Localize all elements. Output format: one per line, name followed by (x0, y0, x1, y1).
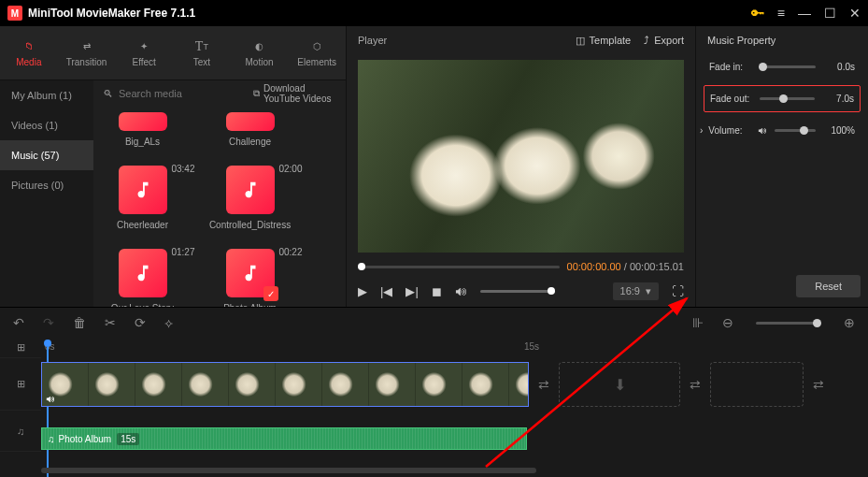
fade-in-slider[interactable] (759, 65, 816, 68)
sidebar-item-music[interactable]: Music (57) (0, 140, 93, 170)
zoom-in-button[interactable]: ⊕ (844, 315, 855, 330)
app-logo: M (7, 6, 22, 21)
playhead[interactable] (44, 340, 51, 347)
media-grid: Big_ALs Challenge 03:42Cheerleader 02:00… (93, 107, 346, 307)
clip-volume-icon[interactable]: 🔊︎ (46, 394, 55, 404)
title-bar: M MiniTool MovieMaker Free 7.1.1 🔑︎ ≡ — … (0, 0, 868, 26)
sidebar-item-videos[interactable]: Videos (1) (0, 110, 93, 140)
horizontal-scrollbar[interactable] (41, 468, 861, 475)
expand-icon[interactable]: › (700, 125, 703, 136)
media-item[interactable]: Challenge (210, 112, 290, 147)
media-item[interactable]: 03:42Cheerleader (103, 166, 182, 230)
download-youtube-button[interactable]: ⧉Download YouTube Videos (253, 83, 336, 104)
tab-transition[interactable]: ⇄Transition (58, 26, 116, 80)
time-display: 00:00:00.00 / 00:00:15.01 (567, 261, 684, 272)
stop-button[interactable]: ◼ (432, 284, 442, 298)
media-item[interactable]: Big_ALs (103, 112, 182, 147)
transition-slot[interactable]: ⇄ (534, 377, 553, 392)
video-track[interactable]: 🔊︎ ⇄ ⬇ ⇄ ⇄ (41, 358, 868, 411)
tab-motion[interactable]: ◐Motion (231, 26, 289, 80)
maximize-button[interactable]: ☐ (824, 6, 836, 21)
undo-button[interactable]: ↶ (13, 315, 24, 330)
tab-text[interactable]: TTText (173, 26, 231, 80)
tab-media[interactable]: 📁︎Media (0, 26, 58, 80)
fade-in-row: Fade in: 0.0s (704, 54, 861, 80)
fade-out-row: Fade out: 7.0s (704, 85, 861, 112)
export-button[interactable]: ⤴Export (644, 35, 684, 46)
export-icon: ⤴ (644, 35, 649, 46)
zoom-out-button[interactable]: ⊖ (722, 315, 733, 330)
seek-bar[interactable] (358, 266, 560, 268)
minimize-button[interactable]: — (798, 6, 811, 21)
menu-icon[interactable]: ≡ (777, 6, 785, 21)
app-title: MiniTool MovieMaker Free 7.1.1 (28, 7, 751, 20)
play-button[interactable]: ▶ (358, 284, 367, 298)
empty-slot[interactable]: ⬇ (559, 362, 680, 407)
cut-button[interactable]: ✂︎ (105, 315, 116, 330)
transition-slot[interactable]: ⇄ (686, 377, 704, 392)
redo-button[interactable]: ↷ (43, 315, 54, 330)
zoom-slider[interactable] (756, 322, 821, 325)
speed-button[interactable]: ⟳ (135, 315, 146, 330)
aspect-select[interactable]: 16:9▾ (613, 282, 659, 300)
prev-button[interactable]: |◀ (380, 284, 392, 298)
speaker-icon[interactable]: 🔊︎ (758, 125, 767, 136)
player-title: Player (358, 35, 562, 46)
search-input[interactable] (119, 88, 248, 99)
media-item[interactable]: 02:00Controlled_Distress (210, 166, 290, 230)
check-icon: ✓ (263, 286, 278, 301)
template-icon: ◫ (576, 35, 585, 47)
volume-row: › Volume: 🔊︎ 100% (704, 118, 861, 143)
tab-effect[interactable]: ✦Effect (115, 26, 173, 80)
delete-button[interactable]: 🗑︎ (73, 315, 86, 330)
media-item[interactable]: 01:27Our Love Story (103, 249, 182, 307)
template-button[interactable]: ◫Template (576, 35, 632, 47)
empty-slot[interactable] (710, 362, 804, 407)
transition-slot[interactable]: ⇄ (809, 377, 828, 392)
volume-icon[interactable]: 🔊︎ (455, 284, 467, 298)
close-button[interactable]: ✕ (849, 6, 861, 21)
search-icon: 🔍︎ (103, 88, 113, 99)
audio-track-icon[interactable]: ♫ (0, 411, 41, 452)
next-button[interactable]: ▶| (406, 284, 418, 298)
volume-slider[interactable] (480, 290, 555, 293)
sidebar-item-myalbum[interactable]: My Album (1) (0, 80, 93, 110)
sidebar-item-pictures[interactable]: Pictures (0) (0, 170, 93, 200)
video-clip[interactable]: 🔊︎ (41, 362, 529, 407)
tab-elements[interactable]: ⬡Elements (288, 26, 346, 80)
crop-button[interactable]: ⟡ (164, 315, 173, 331)
music-note-icon: ♫ (48, 434, 55, 444)
main-toolbar: 📁︎Media ⇄Transition ✦Effect TTText ◐Moti… (0, 26, 346, 80)
property-title: Music Property (704, 26, 861, 54)
volume-prop-slider[interactable] (775, 129, 816, 132)
fade-out-slider[interactable] (760, 97, 815, 100)
video-track-icon[interactable]: ⊞ (0, 358, 41, 411)
key-icon[interactable]: 🔑︎ (751, 6, 764, 21)
add-track-button[interactable]: ⊞ (0, 338, 41, 358)
timeline-toolbar: ↶ ↷ 🗑︎ ✂︎ ⟳ ⟡ ⊪ ⊖ ⊕ (0, 308, 868, 338)
video-preview[interactable] (358, 60, 684, 253)
chevron-down-icon: ▾ (646, 285, 651, 297)
time-ruler[interactable]: 0s 15s (41, 338, 868, 358)
reset-button[interactable]: Reset (796, 275, 861, 297)
category-sidebar: My Album (1) Videos (1) Music (57) Pictu… (0, 80, 93, 307)
audio-clip[interactable]: ♫Photo Album 15s (41, 427, 527, 450)
media-item[interactable]: 00:22✓Photo Album (210, 249, 290, 307)
fit-button[interactable]: ⊪ (692, 315, 704, 330)
audio-track[interactable]: ♫Photo Album 15s (41, 427, 868, 452)
fullscreen-button[interactable]: ⛶ (672, 284, 684, 298)
